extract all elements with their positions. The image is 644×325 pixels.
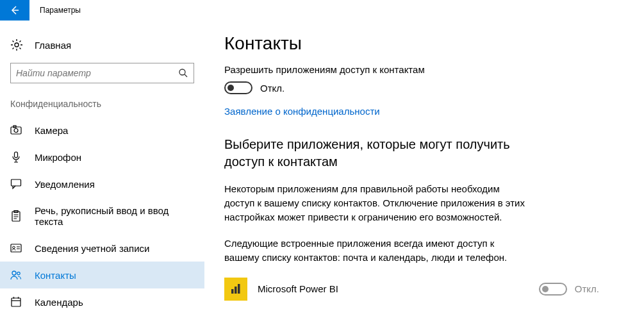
sidebar-item-label: Речь, рукописный ввод и ввод текста xyxy=(35,205,194,227)
svg-rect-7 xyxy=(12,179,21,186)
account-card-icon xyxy=(10,242,22,254)
apps-description-2: Следующие встроенные приложения всегда и… xyxy=(224,237,525,265)
privacy-statement-link[interactable]: Заявление о конфиденциальности xyxy=(224,106,380,117)
speech-bubble-icon xyxy=(10,178,22,190)
app-toggle-state: Откл. xyxy=(575,283,599,294)
sidebar-item-microphone[interactable]: Микрофон xyxy=(0,144,204,171)
svg-rect-25 xyxy=(238,284,240,294)
svg-rect-3 xyxy=(11,127,21,134)
app-name: Microsoft Power BI xyxy=(258,283,338,294)
contacts-icon xyxy=(10,269,22,281)
calendar-icon xyxy=(10,296,22,308)
sidebar-home[interactable]: Главная xyxy=(0,33,204,58)
window-title: Параметры xyxy=(29,6,81,15)
svg-point-17 xyxy=(12,271,16,275)
sidebar-item-label: Календарь xyxy=(35,297,83,308)
sidebar-item-label: Уведомления xyxy=(35,179,95,190)
toggle-knob xyxy=(542,286,549,292)
svg-rect-13 xyxy=(11,244,21,252)
sidebar-item-label: Контакты xyxy=(35,270,76,281)
arrow-left-icon xyxy=(10,5,20,15)
page-title: Контакты xyxy=(224,33,625,54)
sidebar-item-notifications[interactable]: Уведомления xyxy=(0,171,204,197)
main-panel: Контакты Разрешить приложениям доступ к … xyxy=(205,21,644,325)
sidebar-item-label: Камера xyxy=(35,125,68,136)
toggle-knob xyxy=(227,85,234,91)
svg-rect-24 xyxy=(235,287,237,294)
powerbi-icon xyxy=(224,278,247,301)
gear-icon xyxy=(10,38,23,51)
sidebar-item-contacts[interactable]: Контакты xyxy=(0,262,204,288)
app-row: Microsoft Power BI Откл. xyxy=(224,278,625,301)
svg-point-1 xyxy=(179,69,185,75)
search-box[interactable] xyxy=(10,63,194,83)
svg-line-2 xyxy=(185,74,187,77)
apps-description-1: Некоторым приложениям для правильной раб… xyxy=(224,182,525,224)
sidebar-section-label: Конфиденциальность xyxy=(0,95,204,117)
toggle-state-label: Откл. xyxy=(260,83,285,94)
sidebar-item-label: Микрофон xyxy=(35,152,81,163)
sidebar-item-camera[interactable]: Камера xyxy=(0,117,204,144)
microphone-icon xyxy=(10,151,22,163)
choose-apps-heading: Выберите приложения, которые могут получ… xyxy=(224,136,525,171)
svg-rect-6 xyxy=(15,152,18,158)
sidebar-item-calendar[interactable]: Календарь xyxy=(0,288,204,315)
search-icon xyxy=(178,68,188,78)
sidebar-item-account-info[interactable]: Сведения учетной записи xyxy=(0,235,204,262)
sidebar: Главная Конфиденциальность Камера Микроф… xyxy=(0,21,205,325)
svg-rect-23 xyxy=(231,289,234,294)
allow-access-label: Разрешить приложениям доступ к контактам xyxy=(224,64,625,75)
allow-access-toggle[interactable] xyxy=(224,81,252,94)
clipboard-icon xyxy=(10,210,22,222)
search-input[interactable] xyxy=(16,68,178,78)
sidebar-item-speech-typing[interactable]: Речь, рукописный ввод и ввод текста xyxy=(0,197,204,235)
svg-point-0 xyxy=(15,43,19,47)
svg-point-18 xyxy=(17,272,20,274)
sidebar-item-label: Сведения учетной записи xyxy=(35,243,150,254)
camera-icon xyxy=(10,124,22,136)
sidebar-home-label: Главная xyxy=(35,40,71,51)
svg-rect-19 xyxy=(12,298,21,306)
svg-point-14 xyxy=(13,246,15,249)
svg-point-4 xyxy=(14,129,18,133)
back-button[interactable] xyxy=(0,0,29,21)
app-toggle[interactable] xyxy=(539,283,567,296)
titlebar: Параметры xyxy=(0,0,644,21)
